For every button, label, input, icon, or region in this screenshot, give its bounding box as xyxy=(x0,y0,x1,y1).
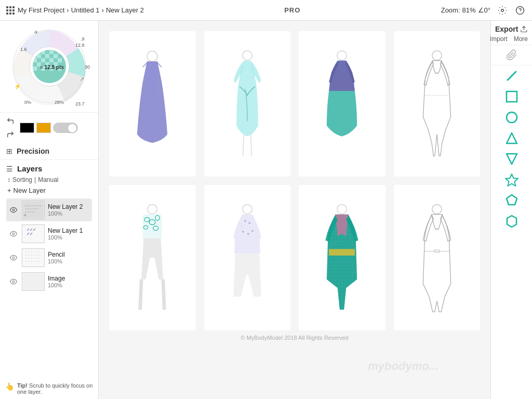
svg-rect-91 xyxy=(507,91,517,102)
breadcrumb-untitled[interactable]: Untitled 1 xyxy=(71,6,100,14)
layer-opacity: 100% xyxy=(48,258,65,264)
project-name[interactable]: My First Project xyxy=(18,6,64,14)
line-tool[interactable] xyxy=(491,65,532,86)
color-gold-swatch[interactable] xyxy=(36,123,51,133)
layers-header: ☰ Layers xyxy=(6,164,92,173)
star-tool[interactable] xyxy=(491,169,532,190)
layer-item[interactable]: a New Layer 2 100% xyxy=(6,198,92,221)
main-content: ≡ 12.8 pts 0% 28% 30 23.7 1.6 12.8 .9 ↗ … xyxy=(0,21,532,399)
left-sidebar: ≡ 12.8 pts 0% 28% 30 23.7 1.6 12.8 .9 ↗ … xyxy=(0,21,99,399)
brush-wheel[interactable]: ≡ 12.8 pts 0% 28% 30 23.7 1.6 12.8 .9 ↗ … xyxy=(8,25,91,108)
layer-name: New Layer 2 xyxy=(48,203,83,210)
svg-text:✈: ✈ xyxy=(34,29,38,35)
fashion-grid xyxy=(109,31,480,330)
fashion-figure-7 xyxy=(299,185,385,330)
zoom-angle: ∠0° xyxy=(478,6,490,14)
redo-button[interactable] xyxy=(4,128,17,141)
svg-text:⚡: ⚡ xyxy=(14,83,21,90)
help-icon[interactable] xyxy=(514,5,526,16)
layer-visibility-toggle[interactable] xyxy=(8,229,19,239)
layer-opacity: 100% xyxy=(48,282,65,288)
layer-thumbnail xyxy=(22,224,45,243)
export-button[interactable]: Export xyxy=(495,25,528,33)
svg-point-75 xyxy=(243,205,252,214)
svg-point-85 xyxy=(432,205,442,214)
svg-line-73 xyxy=(140,280,142,310)
layer-visibility-toggle[interactable] xyxy=(8,205,19,215)
square-tool[interactable] xyxy=(491,86,532,107)
svg-text:a: a xyxy=(24,212,26,217)
svg-point-0 xyxy=(501,9,504,11)
hexagon-tool[interactable] xyxy=(491,211,532,232)
copyright-text: © MyBodyModel 2018 All Rights Reserved xyxy=(241,335,348,341)
canvas-content: © MyBodyModel 2018 All Rights Reserved xyxy=(99,21,490,355)
svg-marker-97 xyxy=(507,216,516,227)
circle-tool[interactable] xyxy=(491,107,532,128)
layer-item[interactable]: New Layer 1 100% xyxy=(6,222,92,245)
breadcrumb-sep2: › xyxy=(102,6,104,14)
svg-point-77 xyxy=(244,220,246,222)
layer-info: Image 100% xyxy=(48,275,65,288)
layer-item[interactable]: Pencil 100% xyxy=(6,246,92,269)
fashion-figure-8 xyxy=(394,185,481,330)
svg-point-66 xyxy=(148,205,157,214)
pentagon-tool[interactable] xyxy=(491,190,532,211)
svg-text:12.8: 12.8 xyxy=(75,43,85,48)
svg-point-49 xyxy=(12,257,15,259)
layer-item[interactable]: Image 100% xyxy=(6,270,92,293)
precision-icon: ⊞ xyxy=(6,147,12,155)
import-label[interactable]: Import xyxy=(490,35,508,43)
svg-rect-43 xyxy=(23,225,44,242)
svg-point-42 xyxy=(12,233,15,235)
copyright: © MyBodyModel 2018 All Rights Reserved xyxy=(109,330,480,345)
pentagon-icon xyxy=(504,193,519,208)
svg-rect-17 xyxy=(58,58,62,62)
layer-opacity: 100% xyxy=(48,210,83,217)
svg-rect-15 xyxy=(41,58,45,62)
export-icon xyxy=(520,25,528,33)
svg-rect-12 xyxy=(45,54,49,58)
svg-line-90 xyxy=(508,72,516,80)
layer-thumbnail: a xyxy=(22,201,45,219)
layers-label: Layers xyxy=(17,164,42,173)
triangle-up-tool[interactable] xyxy=(491,128,532,149)
brush-wheel-svg: ≡ 12.8 pts 0% 28% 30 23.7 1.6 12.8 .9 ↗ … xyxy=(8,25,91,108)
zoom-value[interactable]: 81% xyxy=(462,6,476,14)
precision-section[interactable]: ⊞ Precision xyxy=(0,143,98,160)
svg-text:≡ 12.8 pts: ≡ 12.8 pts xyxy=(40,64,64,70)
svg-text:28%: 28% xyxy=(55,100,64,105)
pro-badge: PRO xyxy=(284,6,300,14)
settings-icon[interactable] xyxy=(497,5,508,16)
grid-icon[interactable] xyxy=(6,6,15,15)
canvas-area[interactable]: © MyBodyModel 2018 All Rights Reserved m… xyxy=(99,21,490,399)
undo-button[interactable] xyxy=(4,115,17,127)
more-label[interactable]: More xyxy=(514,35,528,43)
svg-point-83 xyxy=(337,205,347,214)
import-more-row: Import More xyxy=(495,35,528,43)
sorting-row[interactable]: ↕ Sorting | Manual xyxy=(6,176,92,183)
layer-thumbnail xyxy=(22,248,45,267)
layers-icon: ☰ xyxy=(6,165,13,173)
color-gray-toggle[interactable] xyxy=(53,123,78,133)
triangle-down-tool[interactable] xyxy=(491,149,532,169)
new-layer-plus: + xyxy=(7,187,11,194)
new-layer-button[interactable]: + New Layer xyxy=(6,187,92,194)
triangle-up-icon xyxy=(504,131,519,145)
svg-rect-16 xyxy=(49,58,54,62)
layer-visibility-toggle[interactable] xyxy=(8,252,19,263)
svg-rect-13 xyxy=(54,54,58,58)
tip-content: Scrub to quickly focus on one layer. xyxy=(17,382,92,395)
fashion-figure-4 xyxy=(394,31,481,177)
triangle-down-icon xyxy=(504,152,519,166)
paperclip-button[interactable] xyxy=(491,45,532,65)
export-import-area: Export Import More xyxy=(491,21,532,45)
color-black-swatch[interactable] xyxy=(20,123,34,133)
breadcrumb: My First Project › Untitled 1 › New Laye… xyxy=(18,6,144,14)
tip-text: Tip! Scrub to quickly focus on one layer… xyxy=(17,382,93,395)
breadcrumb-current[interactable]: New Layer 2 xyxy=(106,6,144,14)
layer-visibility-toggle[interactable] xyxy=(8,276,19,287)
svg-rect-56 xyxy=(23,273,44,290)
fashion-figure-3 xyxy=(299,31,385,177)
sorting-sep: | xyxy=(34,176,36,183)
sorting-label: Sorting xyxy=(12,176,32,183)
